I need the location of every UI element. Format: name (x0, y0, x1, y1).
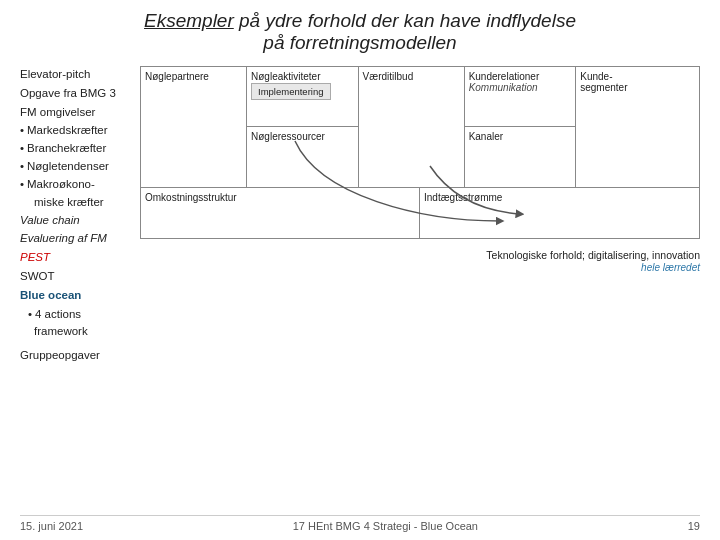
sidebar-value-chain: Value chain (20, 212, 130, 230)
sidebar-fm-omg: FM omgivelser (20, 104, 130, 122)
sidebar-framework: framework (20, 323, 130, 341)
cell-noeglepartnere: Nøglepartnere (141, 67, 247, 187)
sidebar-swot: SWOT (20, 268, 130, 286)
sidebar-4-actions: •4 actions (20, 306, 130, 324)
cell-noegleressourcer-label: Nøgleressourcer (251, 131, 354, 142)
cell-noegleressourcer: Nøgleressourcer (247, 127, 358, 187)
cell-kundesegmenter: Kunde- segmenter (576, 67, 699, 187)
sidebar-makro: •Makroøkono- (20, 176, 130, 194)
title-underline: Eksempler (144, 10, 234, 31)
sidebar-markedskraefter: •Markedskræfter (20, 122, 130, 140)
cell-right-col: Kunderelationer Kommunikation Kanaler (465, 67, 577, 187)
title-line2: på forretningsmodellen (263, 32, 456, 53)
sidebar-branchekraefter: •Branchekræfter (20, 140, 130, 158)
footer-page: 19 (688, 520, 700, 532)
sidebar-evaluering: Evaluering af FM (20, 230, 130, 248)
cell-noegleaktiviteter-label: Nøgleaktiviteter (251, 71, 354, 82)
canvas-row-1: Nøglepartnere Nøgleaktiviteter Implement… (141, 67, 699, 188)
cell-indtaegts: Indtægtsstrømme (420, 188, 699, 238)
sidebar-opgave: Opgave fra BMG 3 (20, 85, 130, 103)
sidebar-gruppeopgaver: Gruppeopgaver (20, 347, 130, 365)
title-area: Eksempler på ydre forhold der kan have i… (20, 10, 700, 54)
cell-kanaler-label: Kanaler (469, 131, 572, 142)
tech-note-area: Teknologiske forhold; digitalisering, in… (140, 243, 700, 273)
sidebar-elevator-pitch: Elevator-pitch (20, 66, 130, 84)
sidebar-noegleten: •Nøgletendenser (20, 158, 130, 176)
page: Eksempler på ydre forhold der kan have i… (0, 0, 720, 540)
cell-indtaegts-label: Indtægtsstrømme (424, 192, 695, 203)
title-rest: på ydre forhold der kan have indflydelse (234, 10, 576, 31)
sidebar-makro2: miske kræfter (20, 194, 130, 212)
cell-vaerditilbud: Værditilbud (359, 67, 465, 187)
cell-noeglepartnere-label: Nøglepartnere (145, 71, 242, 82)
cell-mid-col: Nøgleaktiviteter Implementering Nøgleres… (247, 67, 359, 187)
sidebar-blue-ocean: Blue ocean (20, 287, 130, 305)
cell-omkostninger: Omkostningsstruktur (141, 188, 420, 238)
footer-date: 15. juni 2021 (20, 520, 83, 532)
cell-kunderelationer-label: Kunderelationer (469, 71, 572, 82)
cell-vaerditilbud-label: Værditilbud (363, 71, 460, 82)
tech-note: Teknologiske forhold; digitalisering, in… (486, 249, 700, 273)
canvas-row-2: Omkostningsstruktur Indtægtsstrømme (141, 188, 699, 238)
canvas-area: Nøglepartnere Nøgleaktiviteter Implement… (140, 66, 700, 366)
footer-title: 17 HEnt BMG 4 Strategi - Blue Ocean (293, 520, 478, 532)
cell-kanaler: Kanaler (465, 127, 576, 187)
footer: 15. juni 2021 17 HEnt BMG 4 Strategi - B… (20, 515, 700, 532)
sidebar-pest: PEST (20, 249, 130, 267)
tech-note-link: hele lærredet (641, 262, 700, 273)
cell-noegleaktiviteter: Nøgleaktiviteter Implementering (247, 67, 358, 127)
cell-omkostninger-label: Omkostningsstruktur (145, 192, 415, 203)
cell-kundesegmenter-label: Kunde- segmenter (580, 71, 695, 93)
cell-kunderelationer: Kunderelationer Kommunikation (465, 67, 576, 127)
canvas-grid: Nøglepartnere Nøgleaktiviteter Implement… (140, 66, 700, 239)
cell-kommunikation: Kommunikation (469, 82, 572, 93)
canvas-container: Nøglepartnere Nøgleaktiviteter Implement… (140, 66, 700, 239)
cell-implementering: Implementering (251, 83, 330, 100)
main-content: Elevator-pitch Opgave fra BMG 3 FM omgiv… (20, 66, 700, 366)
page-title: Eksempler på ydre forhold der kan have i… (20, 10, 700, 54)
left-sidebar: Elevator-pitch Opgave fra BMG 3 FM omgiv… (20, 66, 130, 366)
tech-note-text: Teknologiske forhold; digitalisering, in… (486, 249, 700, 261)
